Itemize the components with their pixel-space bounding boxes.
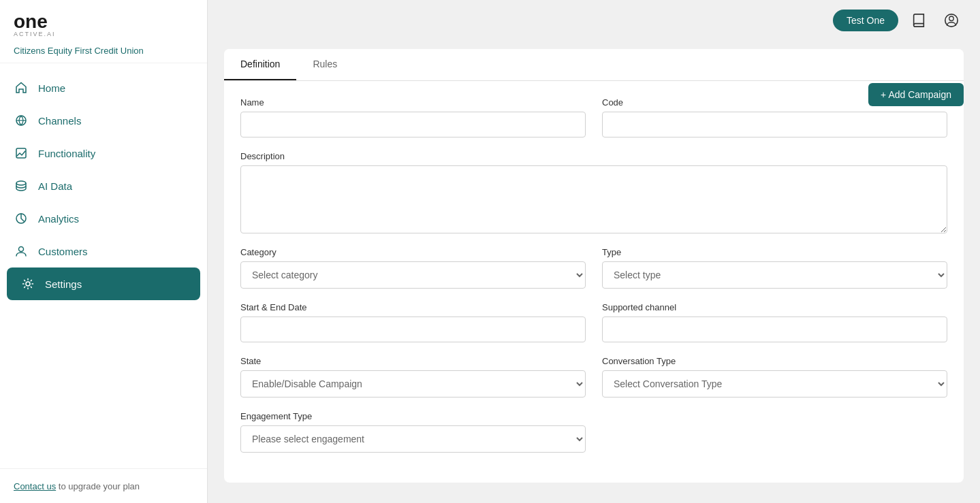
svg-rect-1 xyxy=(16,148,26,158)
contact-text: to upgrade your plan xyxy=(56,481,140,491)
name-label: Name xyxy=(240,97,586,108)
code-input[interactable] xyxy=(602,112,947,137)
main-card: Definition Rules Name Code xyxy=(224,49,964,483)
form-group-date: Start & End Date xyxy=(240,302,586,342)
channel-input[interactable] xyxy=(602,317,947,342)
sidebar-footer: Contact us to upgrade your plan xyxy=(0,468,207,503)
type-select[interactable]: Select type xyxy=(602,261,947,289)
home-icon xyxy=(14,80,29,95)
sidebar-item-label-settings: Settings xyxy=(45,278,82,290)
svg-point-2 xyxy=(16,181,26,185)
svg-point-4 xyxy=(19,247,24,252)
form-group-name: Name xyxy=(240,97,586,137)
name-input[interactable] xyxy=(240,112,586,137)
sidebar-item-settings[interactable]: Settings xyxy=(7,267,200,300)
main-content: Test One + Add Campaign Definition Rules xyxy=(208,0,980,503)
sidebar-item-functionality[interactable]: Functionality xyxy=(0,137,207,169)
sidebar-item-label-functionality: Functionality xyxy=(38,148,95,159)
sidebar: one ACTIVE.AI Citizens Equity First Cred… xyxy=(0,0,208,503)
add-campaign-button[interactable]: + Add Campaign xyxy=(868,83,964,106)
form-row-date-channel: Start & End Date Supported channel xyxy=(240,302,947,342)
svg-point-7 xyxy=(949,16,953,20)
user-icon-button[interactable] xyxy=(939,8,964,33)
sidebar-nav: Home Channels Functionality xyxy=(0,63,207,468)
test-one-button[interactable]: Test One xyxy=(833,10,898,31)
ai-data-icon xyxy=(14,178,29,193)
sidebar-item-channels[interactable]: Channels xyxy=(0,104,207,137)
tab-definition[interactable]: Definition xyxy=(224,49,296,80)
org-name: Citizens Equity First Credit Union xyxy=(14,46,193,56)
date-label: Start & End Date xyxy=(240,302,586,312)
svg-point-5 xyxy=(26,282,30,286)
sidebar-item-home[interactable]: Home xyxy=(0,71,207,104)
form-group-conversation-type: Conversation Type Select Conversation Ty… xyxy=(602,356,947,397)
channels-icon xyxy=(14,113,29,128)
category-select[interactable]: Select category xyxy=(240,261,586,289)
form-group-description: Description xyxy=(240,151,947,233)
form-row-state-convtype: State Enable/Disable Campaign Enable Dis… xyxy=(240,356,947,397)
sidebar-item-customers[interactable]: Customers xyxy=(0,235,207,267)
sidebar-item-label-ai-data: AI Data xyxy=(38,180,72,192)
engagement-type-label: Engagement Type xyxy=(240,411,586,421)
sidebar-header: one ACTIVE.AI Citizens Equity First Cred… xyxy=(0,0,207,63)
book-icon-button[interactable] xyxy=(906,8,931,33)
content-area: + Add Campaign Definition Rules Name Cod… xyxy=(208,41,980,503)
form-group-category: Category Select category xyxy=(240,247,586,289)
conversation-type-select[interactable]: Select Conversation Type xyxy=(602,370,947,397)
form-row-category-type: Category Select category Type Select typ… xyxy=(240,247,947,289)
sidebar-item-analytics[interactable]: Analytics xyxy=(0,202,207,235)
logo-area: one ACTIVE.AI Citizens Equity First Cred… xyxy=(14,12,193,56)
engagement-type-select[interactable]: Please select engagement xyxy=(240,425,586,453)
customers-icon xyxy=(14,244,29,259)
type-label: Type xyxy=(602,247,947,257)
channel-label: Supported channel xyxy=(602,302,947,312)
date-input[interactable] xyxy=(240,317,586,342)
sidebar-item-label-customers: Customers xyxy=(38,246,88,257)
logo-sub: ACTIVE.AI xyxy=(14,31,193,37)
form-row-engagement: Engagement Type Please select engagement xyxy=(240,411,947,453)
form-body: Name Code Description xyxy=(224,81,964,483)
state-select[interactable]: Enable/Disable Campaign Enable Disable xyxy=(240,370,586,397)
tabs: Definition Rules xyxy=(224,49,964,81)
form-row-name-code: Name Code xyxy=(240,97,947,137)
category-label: Category xyxy=(240,247,586,257)
sidebar-item-label-home: Home xyxy=(38,82,65,94)
description-textarea[interactable] xyxy=(240,165,947,233)
sidebar-item-label-analytics: Analytics xyxy=(38,213,79,225)
form-group-state: State Enable/Disable Campaign Enable Dis… xyxy=(240,356,586,397)
form-group-channel: Supported channel xyxy=(602,302,947,342)
logo: one ACTIVE.AI xyxy=(14,12,193,37)
functionality-icon xyxy=(14,146,29,161)
analytics-icon xyxy=(14,211,29,226)
contact-link[interactable]: Contact us xyxy=(14,481,56,491)
form-row-description: Description xyxy=(240,151,947,233)
form-group-type: Type Select type xyxy=(602,247,947,289)
tab-rules[interactable]: Rules xyxy=(296,49,353,80)
conversation-type-label: Conversation Type xyxy=(602,356,947,366)
sidebar-item-ai-data[interactable]: AI Data xyxy=(0,169,207,202)
description-label: Description xyxy=(240,151,947,161)
state-label: State xyxy=(240,356,586,366)
form-group-engagement: Engagement Type Please select engagement xyxy=(240,411,586,453)
settings-icon xyxy=(20,276,35,291)
topbar: Test One xyxy=(208,0,980,41)
sidebar-item-label-channels: Channels xyxy=(38,115,81,127)
